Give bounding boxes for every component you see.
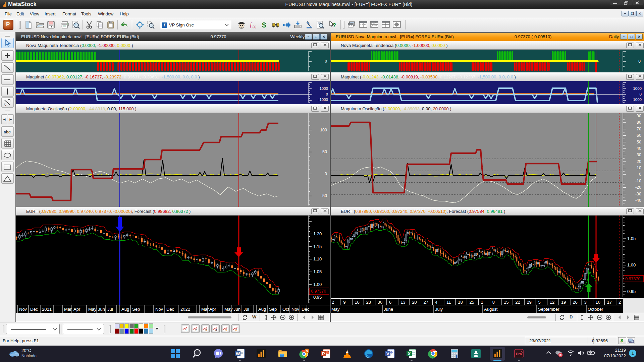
svg-text:Sep: Sep xyxy=(269,307,277,312)
svg-text:13: 13 xyxy=(400,300,405,305)
svg-text:abc: abc xyxy=(4,130,11,134)
svg-text:May: May xyxy=(224,307,233,312)
svg-text:Nov: Nov xyxy=(19,307,27,312)
svg-text:100: 100 xyxy=(320,128,327,132)
svg-text:19: 19 xyxy=(561,300,566,305)
svg-text:0: 0 xyxy=(640,92,642,96)
svg-text:June: June xyxy=(384,307,393,312)
svg-text:Pro: Pro xyxy=(516,352,522,356)
svg-text:0: 0 xyxy=(326,92,328,96)
svg-text:Jul: Jul xyxy=(244,307,249,312)
svg-text:2: 2 xyxy=(195,328,197,332)
svg-text:90: 90 xyxy=(637,114,641,118)
svg-text:60: 60 xyxy=(637,133,641,138)
svg-text:$: $ xyxy=(262,21,266,29)
svg-text:4: 4 xyxy=(435,300,437,305)
svg-text:Mar: Mar xyxy=(64,307,72,312)
svg-text:9: 9 xyxy=(343,300,345,305)
svg-text:0: 0 xyxy=(639,172,641,177)
svg-text:Aug: Aug xyxy=(121,307,129,312)
svg-text:V: V xyxy=(386,351,389,356)
svg-text:1000: 1000 xyxy=(319,86,328,90)
svg-text:-40: -40 xyxy=(635,198,641,203)
svg-text:1.10: 1.10 xyxy=(313,256,322,261)
svg-text:-1000: -1000 xyxy=(632,98,642,102)
svg-text:29: 29 xyxy=(527,300,531,305)
svg-text:-30: -30 xyxy=(635,192,641,196)
svg-text:25: 25 xyxy=(469,300,474,305)
svg-text:20: 20 xyxy=(412,300,417,305)
svg-text:1.05: 1.05 xyxy=(313,269,322,274)
svg-text:2: 2 xyxy=(619,300,621,305)
svg-text:10: 10 xyxy=(596,300,600,305)
svg-text:May: May xyxy=(88,307,97,312)
svg-text:8: 8 xyxy=(492,300,495,305)
svg-text:0.97370: 0.97370 xyxy=(625,277,640,281)
svg-text:6: 6 xyxy=(235,328,237,332)
svg-text:August: August xyxy=(484,307,498,312)
svg-text:5: 5 xyxy=(538,300,541,305)
svg-text:Jun: Jun xyxy=(98,307,105,312)
svg-text:1: 1 xyxy=(185,328,187,332)
svg-text:0: 0 xyxy=(325,59,327,64)
svg-text:27: 27 xyxy=(424,300,428,305)
svg-text:22: 22 xyxy=(515,300,520,305)
svg-text:40: 40 xyxy=(637,146,641,151)
svg-text:80: 80 xyxy=(637,120,641,125)
svg-text:?: ? xyxy=(333,22,336,28)
svg-text:10: 10 xyxy=(637,166,641,170)
svg-text:Sep: Sep xyxy=(132,307,140,312)
svg-text:-20: -20 xyxy=(635,185,641,190)
svg-text:1.00: 1.00 xyxy=(313,282,322,287)
svg-text:0: 0 xyxy=(638,59,641,64)
svg-text:5: 5 xyxy=(225,328,227,332)
svg-text:(x): (x) xyxy=(253,25,257,29)
svg-text:S: S xyxy=(4,103,6,107)
svg-text:-10: -10 xyxy=(635,179,641,183)
svg-text:Jun: Jun xyxy=(233,307,240,312)
svg-text:4: 4 xyxy=(215,328,217,332)
svg-text:1.15: 1.15 xyxy=(313,244,322,249)
svg-text:0.97370: 0.97370 xyxy=(311,289,326,294)
svg-text:Nov: Nov xyxy=(155,307,163,312)
svg-text:f: f xyxy=(250,21,253,28)
svg-text:30: 30 xyxy=(637,153,641,157)
svg-text:1.00: 1.00 xyxy=(627,262,636,267)
svg-text:September: September xyxy=(538,307,559,312)
svg-text:Dec: Dec xyxy=(30,307,38,312)
svg-text:2: 2 xyxy=(332,300,334,305)
svg-text:W: W xyxy=(236,351,240,356)
svg-text:20: 20 xyxy=(637,159,641,164)
svg-text:3: 3 xyxy=(584,300,586,305)
svg-text:Mar: Mar xyxy=(201,307,209,312)
svg-text:50: 50 xyxy=(637,140,641,144)
svg-text:Jul: Jul xyxy=(107,307,113,312)
svg-text:1.05: 1.05 xyxy=(627,236,636,241)
svg-text:-1000: -1000 xyxy=(318,98,328,102)
svg-text:11: 11 xyxy=(446,300,451,305)
svg-text:Aug: Aug xyxy=(258,307,266,312)
svg-text:6: 6 xyxy=(389,300,391,305)
svg-text:Oct: Oct xyxy=(282,307,289,312)
svg-text:23: 23 xyxy=(366,300,371,305)
svg-text:50: 50 xyxy=(322,149,327,154)
svg-text:Dec: Dec xyxy=(166,307,174,312)
svg-text:12: 12 xyxy=(550,300,554,305)
svg-text:July: July xyxy=(435,307,443,312)
svg-text:3: 3 xyxy=(205,328,207,332)
svg-text:X: X xyxy=(408,351,411,356)
svg-text:18: 18 xyxy=(458,300,463,305)
svg-text:26: 26 xyxy=(573,300,577,305)
svg-text:30: 30 xyxy=(378,300,382,305)
svg-text:0.95: 0.95 xyxy=(627,289,636,294)
svg-text:Apr: Apr xyxy=(73,307,80,312)
svg-text:70: 70 xyxy=(637,127,641,131)
svg-text:15: 15 xyxy=(504,300,508,305)
svg-text:0.95: 0.95 xyxy=(313,295,322,300)
svg-text:-50: -50 xyxy=(321,193,327,198)
svg-text:Dec: Dec xyxy=(302,307,310,312)
svg-text:N: N xyxy=(306,349,308,353)
svg-text:0: 0 xyxy=(325,172,327,176)
svg-text:October: October xyxy=(588,307,603,312)
svg-text:P: P xyxy=(322,351,325,356)
